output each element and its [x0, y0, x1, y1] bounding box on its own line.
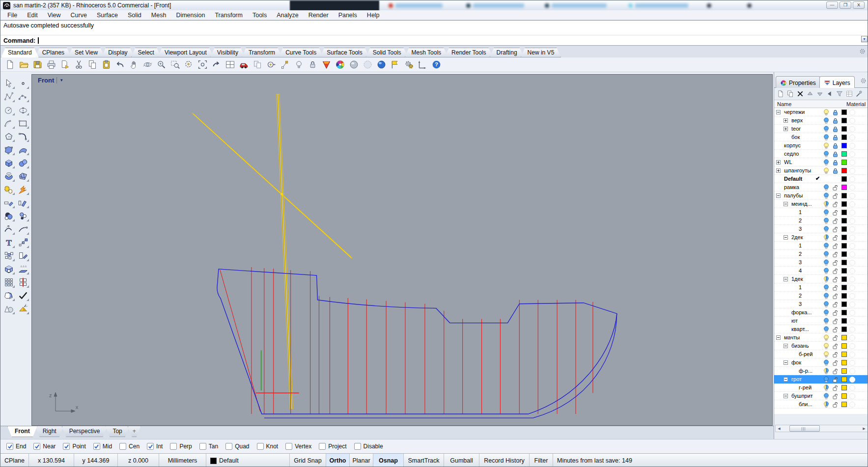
toolbar-tab-new-in-v5[interactable]: New in V5 — [521, 48, 561, 57]
toolbar-button-save-file[interactable] — [31, 58, 44, 71]
layer-material-circle[interactable] — [849, 135, 855, 140]
layer-visibility-bulb-icon[interactable] — [823, 251, 829, 258]
layer-color-swatch[interactable] — [841, 235, 847, 240]
layer-lock-icon[interactable] — [833, 260, 838, 267]
layer-lock-icon[interactable] — [833, 293, 838, 300]
layer-row-рамка[interactable]: рамка — [774, 183, 868, 192]
sidebar-tool-revolve-surface[interactable] — [1, 169, 16, 183]
layer-material-circle[interactable] — [849, 393, 855, 399]
collapse-icon[interactable] — [784, 277, 788, 281]
bow-diagonal-line[interactable] — [220, 270, 260, 412]
menu-mesh[interactable]: Mesh — [146, 11, 171, 20]
toolbar-button-car[interactable] — [237, 58, 250, 71]
toolbar-tab-surface-tools[interactable]: Surface Tools — [320, 48, 369, 57]
toolbar-button-viewport-layout[interactable] — [224, 58, 236, 71]
toolbar-button-ghosted-sphere[interactable] — [361, 58, 374, 71]
layer-row-бли-[interactable]: бли... — [774, 400, 868, 409]
menu-panels[interactable]: Panels — [334, 11, 362, 20]
layer-row-ют[interactable]: ют — [774, 317, 868, 325]
layer-material-circle[interactable] — [849, 327, 855, 332]
command-input[interactable]: Command: — [0, 35, 862, 46]
layer-color-swatch[interactable] — [841, 176, 847, 182]
toolbar-tab-visibility[interactable]: Visibility — [210, 48, 245, 57]
layer-row-седло[interactable]: седло — [774, 150, 868, 158]
layer-row-4[interactable]: 4 — [774, 267, 868, 275]
statusbar-toggle-osnap[interactable]: Osnap — [373, 454, 404, 467]
hull-outer-stern-curve[interactable] — [264, 314, 617, 418]
layer-row-1[interactable]: 1 — [774, 283, 868, 292]
spar-intersection-point[interactable] — [280, 193, 283, 195]
sidebar-tool-boolean-union[interactable] — [1, 183, 16, 196]
layer-lock-icon[interactable] — [833, 251, 838, 258]
layer-lock-icon[interactable] — [833, 302, 838, 308]
layer-row-default[interactable]: Default✔ — [774, 175, 868, 183]
layer-row-бок[interactable]: бок — [774, 133, 868, 141]
toolbar-button-lamp[interactable] — [292, 58, 305, 71]
layer-row-1[interactable]: 1 — [774, 242, 868, 250]
menu-surface[interactable]: Surface — [92, 11, 123, 20]
taskbar-item[interactable] — [707, 1, 711, 9]
sidebar-tool-polyline[interactable] — [1, 90, 16, 103]
statusbar-cplane[interactable]: CPlane — [0, 454, 29, 467]
toolbar-button-lock[interactable] — [306, 58, 319, 71]
collapse-icon[interactable] — [776, 193, 781, 198]
layers-toolbar-filter[interactable] — [835, 89, 844, 99]
layer-material-circle[interactable] — [849, 335, 855, 341]
menu-tools[interactable]: Tools — [248, 11, 272, 20]
layer-visibility-bulb-icon[interactable] — [823, 184, 829, 192]
toolbar-button-copy[interactable] — [86, 58, 99, 71]
panel-gear-icon[interactable] — [860, 77, 867, 86]
toolbar-button-render[interactable] — [320, 58, 333, 71]
layer-material-circle[interactable] — [849, 318, 855, 324]
mast-centerline[interactable] — [278, 94, 292, 409]
taskbar-item[interactable] — [389, 1, 443, 9]
layer-color-swatch[interactable] — [841, 368, 847, 374]
toolbar-button-cut[interactable] — [72, 58, 85, 71]
panel-tab-properties[interactable]: Properties — [776, 76, 820, 88]
layer-lock-icon[interactable] — [833, 368, 838, 375]
layer-visibility-bulb-icon[interactable] — [823, 167, 829, 175]
layer-material-circle[interactable] — [849, 368, 855, 374]
sidebar-tool-extend-curve[interactable] — [16, 222, 30, 236]
layers-toolbar-delete-layer[interactable] — [795, 89, 805, 99]
layer-material-circle[interactable] — [849, 193, 855, 199]
scroll-right-icon[interactable]: ▶ — [861, 425, 868, 432]
layer-material-circle[interactable] — [849, 276, 855, 282]
layer-row-кварт-[interactable]: кварт... — [774, 325, 868, 333]
close-button[interactable]: X — [853, 1, 865, 9]
layer-material-circle[interactable] — [849, 285, 855, 291]
statusbar-toggle-grid-snap[interactable]: Grid Snap — [290, 454, 326, 467]
layer-row-бизань[interactable]: бизань — [774, 342, 868, 350]
layer-color-swatch[interactable] — [841, 318, 847, 324]
statusbar-toggle-planar[interactable]: Planar — [350, 454, 373, 467]
layer-material-circle[interactable] — [849, 293, 855, 299]
layer-material-circle[interactable] — [849, 168, 855, 174]
sidebar-tool-section[interactable] — [16, 275, 30, 289]
frame-lines[interactable] — [252, 267, 593, 414]
layer-visibility-bulb-icon[interactable] — [823, 284, 829, 292]
layer-visibility-bulb-icon[interactable] — [823, 393, 829, 400]
layer-material-circle[interactable] — [849, 176, 855, 182]
layer-lock-icon[interactable] — [833, 168, 838, 175]
layer-material-circle[interactable] — [849, 201, 855, 207]
menu-render[interactable]: Render — [304, 11, 334, 20]
layer-row-2[interactable]: 2 — [774, 217, 868, 225]
osnap-checkbox-quad[interactable] — [225, 443, 232, 450]
viewport-tab-top[interactable]: Top — [105, 426, 129, 437]
osnap-mid[interactable]: Mid — [93, 443, 112, 450]
layer-color-swatch[interactable] — [841, 143, 847, 148]
osnap-checkbox-perp[interactable] — [170, 443, 177, 450]
layer-list-horizontal-scrollbar[interactable]: ◀ ▶ — [775, 425, 868, 432]
layer-material-circle[interactable] — [849, 260, 855, 266]
sidebar-tool-box[interactable] — [1, 156, 16, 169]
layers-toolbar-layer-tools[interactable] — [854, 89, 864, 99]
layer-lock-icon[interactable] — [833, 327, 838, 333]
osnap-disable[interactable]: Disable — [354, 443, 383, 450]
layer-lock-icon[interactable] — [833, 193, 838, 200]
osnap-int[interactable]: Int — [147, 443, 163, 450]
collapse-icon[interactable] — [784, 360, 788, 365]
layer-material-circle[interactable] — [849, 302, 855, 307]
layer-lock-icon[interactable] — [833, 160, 838, 166]
sidebar-tool-boolean-intersection[interactable] — [16, 209, 30, 222]
layer-row-верх[interactable]: верх — [774, 116, 868, 125]
